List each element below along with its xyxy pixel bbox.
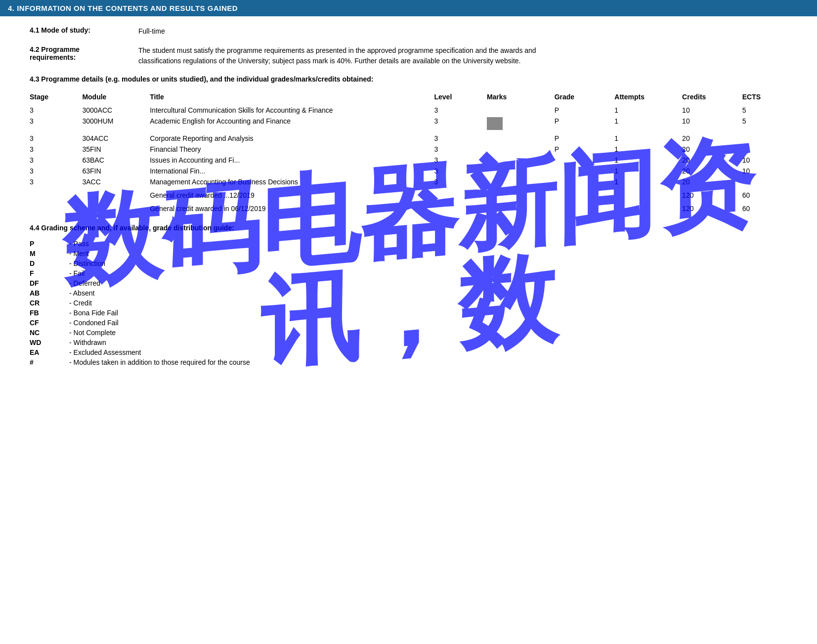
table-cell-module: 35FIN [82,144,150,155]
th-module: Module [82,91,150,105]
table-cell-credits: 10 [682,105,742,116]
grading-code: NC [30,328,69,338]
table-cell-grade [555,166,615,176]
programme-requirements-row: 4.2 Programme requirements: The student … [30,45,787,66]
table-row: 3 304ACC Corporate Reporting and Analysi… [30,133,787,144]
table-cell-credits: 20 [682,166,742,176]
table-cell-title: Academic English for Accounting and Fina… [150,116,434,133]
table-row: 3 3000HUM Academic English for Accountin… [30,116,787,133]
table-cell-ects: 5 [742,116,787,133]
table-cell-level: 3 [434,116,486,133]
grading-description: - Modules taken in addition to those req… [69,357,250,367]
th-attempts: Attempts [614,91,682,105]
grading-code: AB [30,288,69,298]
table-cell-level: 3 [434,176,486,187]
table-cell-grade: P [555,105,615,116]
summary-cell-credits: 120 [682,187,742,201]
summary-cell-empty [434,187,486,201]
table-cell-module: 3000HUM [82,116,150,133]
table-cell-stage: 3 [30,176,82,187]
grading-row: FB - Bona Fide Fail [30,308,250,318]
table-cell-level: 3 [434,133,486,144]
table-cell-level: 3 [434,144,486,155]
table-cell-ects [742,144,787,155]
summary-row: General credit awarded in 06/12/2019 120… [30,201,787,214]
summary-cell-label: General credit awarded in 06/12/2019 [150,201,434,214]
grading-code: EA [30,347,69,357]
grading-code: # [30,357,69,367]
grading-code: P [30,239,69,249]
programme-requirements-label: 4.2 Programme requirements: [30,45,138,66]
summary-cell-empty [434,201,486,214]
grading-row: EA - Excluded Assessment [30,347,250,357]
summary-cell-empty [555,187,615,201]
section-header: 4. INFORMATION ON THE CONTENTS AND RESUL… [0,0,817,16]
table-cell-credits: 20 [682,155,742,166]
summary-cell-empty [487,187,555,201]
table-row: 3 3ACC Management Accounting for Busines… [30,176,787,187]
table-row: 3 63FIN International Fin... 3 1 20 10 [30,166,787,176]
table-row: 3 63BAC Issues in Accounting and Fi... 3… [30,155,787,166]
grading-row: F - Fail [30,268,250,278]
grading-description: - Pass [69,239,250,249]
table-cell-stage: 3 [30,133,82,144]
table-cell-marks [487,176,555,187]
summary-cell-empty [30,187,82,201]
summary-cell-ects: 60 [742,201,787,214]
table-cell-ects [742,133,787,144]
table-cell-attempts: 1 [614,176,682,187]
table-cell-grade [555,155,615,166]
programme-requirements-block: 4.2 Programme requirements: The student … [30,45,787,66]
table-header-row: Stage Module Title Level Marks Grade Att… [30,91,787,105]
table-cell-marks [487,166,555,176]
grading-row: D - Distinction [30,258,250,268]
table-cell-attempts: 1 [614,144,682,155]
mode-of-study-block: 4.1 Mode of study: Full-time [30,26,787,37]
grading-description: - Excluded Assessment [69,347,250,357]
table-cell-stage: 3 [30,105,82,116]
section-header-text: 4. INFORMATION ON THE CONTENTS AND RESUL… [8,4,238,12]
table-cell-marks [487,105,555,116]
module-table: Stage Module Title Level Marks Grade Att… [30,91,787,214]
summary-cell-empty [30,201,82,214]
summary-cell-empty [614,187,682,201]
grading-code: M [30,249,69,258]
grading-code: WD [30,338,69,347]
table-cell-title: Financial Theory [150,144,434,155]
table-cell-ects: 5 [742,105,787,116]
table-cell-attempts: 1 [614,155,682,166]
grading-code: CF [30,318,69,328]
th-stage: Stage [30,91,82,105]
grading-heading: 4.4 Grading scheme and, if available, gr… [30,224,787,232]
grading-row: NC - Not Complete [30,328,250,338]
table-cell-marks [487,116,555,133]
table-cell-title: Management Accounting for Business Decis… [150,176,434,187]
grading-code: F [30,268,69,278]
grading-description: - Merit [69,249,250,258]
table-cell-stage: 3 [30,116,82,133]
grading-code: CR [30,298,69,308]
table-cell-ects: 10 [742,166,787,176]
grading-row: # - Modules taken in addition to those r… [30,357,250,367]
grey-box [487,117,503,130]
table-cell-grade: P [555,133,615,144]
grading-row: CR - Credit [30,298,250,308]
table-cell-ects: 10 [742,155,787,166]
grading-row: CF - Condoned Fail [30,318,250,328]
table-cell-module: 63BAC [82,155,150,166]
table-cell-title: Issues in Accounting and Fi... [150,155,434,166]
table-cell-attempts: 1 [614,116,682,133]
th-marks: Marks [487,91,555,105]
summary-cell-label: General credit awarded ...12/2019 [150,187,434,201]
table-cell-title: Corporate Reporting and Analysis [150,133,434,144]
table-cell-grade: P [555,116,615,133]
table-row: 3 35FIN Financial Theory 3 P 1 20 [30,144,787,155]
table-cell-marks [487,155,555,166]
grading-description: - Not Complete [69,328,250,338]
grading-code: FB [30,308,69,318]
summary-row: General credit awarded ...12/2019 120 60 [30,187,787,201]
th-credits: Credits [682,91,742,105]
page-wrapper: 4. INFORMATION ON THE CONTENTS AND RESUL… [0,0,817,382]
table-cell-level: 3 [434,105,486,116]
th-grade: Grade [555,91,615,105]
